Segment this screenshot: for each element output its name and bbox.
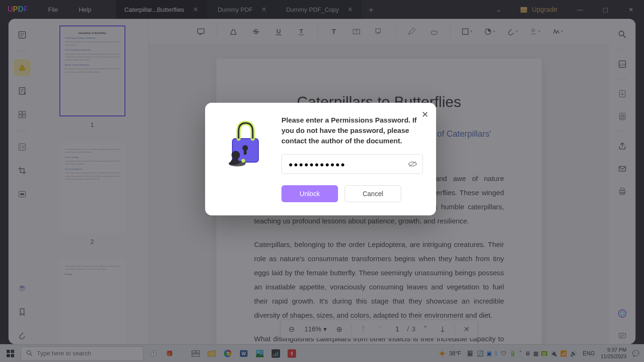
password-input[interactable] xyxy=(281,154,423,174)
modal-close-button[interactable]: ✕ xyxy=(421,109,429,120)
eye-icon[interactable] xyxy=(408,161,417,167)
svg-point-53 xyxy=(231,151,240,159)
unlock-button[interactable]: Unlock xyxy=(281,185,338,202)
cancel-button[interactable]: Cancel xyxy=(345,185,401,202)
svg-point-54 xyxy=(241,159,245,163)
permissions-password-modal: ✕ Please enter a Permissions Password. I… xyxy=(205,103,436,215)
lock-illustration xyxy=(218,115,270,172)
svg-rect-51 xyxy=(244,148,247,155)
modal-message: Please enter a Permissions Password. If … xyxy=(281,115,423,146)
